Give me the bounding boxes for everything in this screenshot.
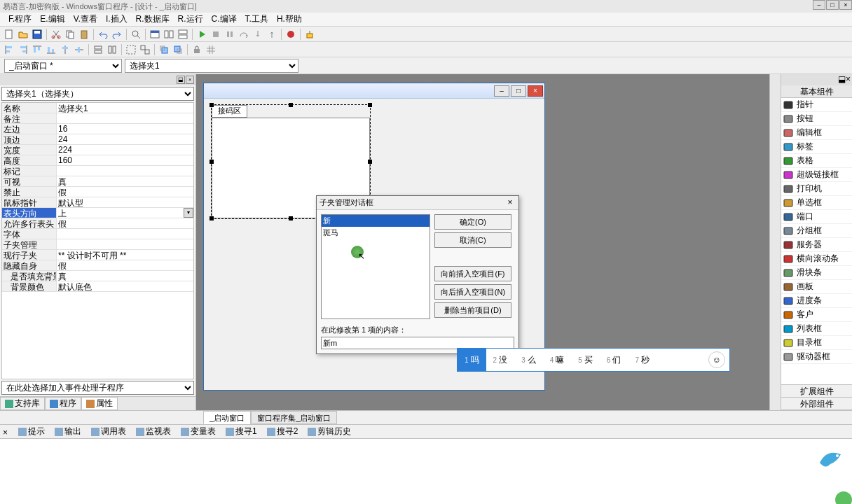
- open-icon[interactable]: [17, 28, 29, 41]
- rpanel-close-icon[interactable]: ×: [846, 74, 851, 85]
- ime-emoji-icon[interactable]: ☺: [708, 351, 725, 368]
- menu-program[interactable]: F.程序: [4, 12, 36, 27]
- property-object-selector[interactable]: 选择夹1（选择夹）: [1, 87, 194, 101]
- left-tab[interactable]: 程序: [45, 397, 81, 410]
- prop-value[interactable]: 上▾: [57, 208, 193, 218]
- find-icon[interactable]: [130, 28, 142, 41]
- ime-candidate[interactable]: 6们: [600, 349, 628, 371]
- output-tab[interactable]: 输出: [52, 426, 84, 438]
- component-item[interactable]: 驱动器框: [781, 350, 852, 364]
- component-item[interactable]: 客户: [781, 308, 852, 322]
- events-selector[interactable]: 在此处选择加入事件处理子程序: [1, 381, 194, 395]
- output-tab[interactable]: 提示: [15, 426, 48, 438]
- prop-row[interactable]: 标记: [2, 166, 193, 176]
- component-item[interactable]: 指针: [781, 98, 852, 112]
- prop-row[interactable]: 现行子夹** 设计时不可用 **: [2, 250, 193, 260]
- rpanel-pin-icon[interactable]: ⬓: [838, 74, 846, 85]
- cancel-button[interactable]: 取消(C): [434, 232, 511, 248]
- prop-value[interactable]: ** 设计时不可用 **: [57, 250, 193, 260]
- list-item[interactable]: 斑马: [322, 227, 430, 239]
- group-icon[interactable]: [125, 43, 137, 56]
- left-tab[interactable]: 属性: [81, 397, 118, 410]
- menu-view[interactable]: V.查看: [69, 12, 102, 27]
- property-grid[interactable]: 名称选择夹1备注左边16顶边24宽度224高度160标记可视真禁止假鼠标指针默认…: [1, 102, 194, 379]
- window-selector[interactable]: _启动窗口 *: [4, 59, 122, 73]
- close-button[interactable]: ×: [839, 0, 852, 10]
- paste-icon[interactable]: [78, 28, 90, 41]
- menu-run[interactable]: R.运行: [174, 12, 207, 27]
- step-over-icon[interactable]: [238, 28, 250, 41]
- minimize-button[interactable]: –: [813, 0, 825, 10]
- component-item[interactable]: 编辑框: [781, 126, 852, 140]
- canvas-vscrollbar[interactable]: [769, 74, 781, 410]
- menu-edit[interactable]: E.编辑: [36, 12, 69, 27]
- prop-row[interactable]: 是否填充背景真: [2, 271, 193, 281]
- component-item[interactable]: 滑块条: [781, 266, 852, 280]
- components-list[interactable]: 指针按钮编辑框标签表格超级链接框打印机单选框端口分组框服务器横向滚动条滑块条画板…: [781, 98, 852, 384]
- component-item[interactable]: 横向滚动条: [781, 252, 852, 266]
- output-tab[interactable]: 调用表: [88, 426, 129, 438]
- prop-value[interactable]: 选择夹1: [57, 103, 193, 113]
- component-item[interactable]: 画板: [781, 280, 852, 294]
- prop-value[interactable]: 假: [57, 260, 193, 270]
- prop-row[interactable]: 鼠标指针默认型: [2, 197, 193, 208]
- prop-value[interactable]: [57, 113, 193, 123]
- component-item[interactable]: 目录框: [781, 336, 852, 350]
- prop-row[interactable]: 高度160: [2, 155, 193, 166]
- prop-row[interactable]: 备注: [2, 113, 193, 124]
- prop-value[interactable]: 160: [57, 155, 193, 165]
- tab-header-label[interactable]: 接码区: [212, 105, 247, 118]
- ime-candidate-bar[interactable]: 1吗2没3么4嘛5买6们7秒 ☺: [457, 348, 730, 372]
- insert-before-button[interactable]: 向前插入空项目(F): [434, 266, 511, 281]
- prop-row[interactable]: 宽度224: [2, 145, 193, 155]
- prop-value[interactable]: [57, 166, 193, 176]
- prop-value[interactable]: 224: [57, 145, 193, 155]
- prop-value[interactable]: 默认型: [57, 197, 193, 207]
- align-top-icon[interactable]: [31, 43, 43, 56]
- output-tab[interactable]: 剪辑历史: [305, 426, 354, 438]
- editor-tab[interactable]: _启动窗口: [203, 411, 251, 424]
- ime-candidate[interactable]: 5买: [571, 349, 600, 371]
- prop-value[interactable]: [57, 229, 193, 239]
- undo-icon[interactable]: [97, 28, 109, 41]
- step-out-icon[interactable]: [266, 28, 278, 41]
- component-item[interactable]: 列表框: [781, 322, 852, 336]
- prop-value[interactable]: [57, 239, 193, 249]
- editor-tab[interactable]: 窗口程序集_启动窗口: [251, 411, 337, 424]
- component-item[interactable]: 分组框: [781, 224, 852, 238]
- bring-front-icon[interactable]: [158, 43, 170, 56]
- output-tab[interactable]: 变量表: [178, 426, 219, 438]
- form-close-icon[interactable]: ×: [528, 85, 543, 97]
- build-icon[interactable]: [303, 28, 316, 41]
- ime-candidate[interactable]: 3么: [514, 349, 543, 371]
- prop-row[interactable]: 背景颜色默认底色: [2, 281, 193, 292]
- component-item[interactable]: 服务器: [781, 238, 852, 252]
- component-item[interactable]: 打印机: [781, 182, 852, 196]
- stop-icon[interactable]: [209, 28, 222, 41]
- prop-value[interactable]: 16: [57, 124, 193, 134]
- form-maximize-icon[interactable]: □: [511, 85, 526, 97]
- external-components-tab[interactable]: 外部组件: [781, 398, 852, 410]
- ime-candidate[interactable]: 1吗: [458, 349, 486, 371]
- insert-after-button[interactable]: 向后插入空项目(N): [434, 284, 511, 300]
- panel-pin-icon[interactable]: ⬓: [177, 76, 185, 84]
- menu-help[interactable]: H.帮助: [273, 12, 306, 27]
- align-center-v-icon[interactable]: [73, 43, 85, 56]
- window1-icon[interactable]: [149, 28, 161, 41]
- maximize-button[interactable]: □: [826, 0, 839, 10]
- prop-value[interactable]: 真: [57, 176, 193, 186]
- align-left-icon[interactable]: [3, 43, 15, 56]
- lock-icon[interactable]: [191, 43, 203, 56]
- align-center-h-icon[interactable]: [59, 43, 71, 56]
- prop-row[interactable]: 禁止假: [2, 187, 193, 197]
- grid-icon[interactable]: [205, 43, 217, 56]
- same-width-icon[interactable]: [92, 43, 104, 56]
- prop-row[interactable]: 可视真: [2, 176, 193, 187]
- left-tab[interactable]: 支持库: [0, 397, 45, 410]
- component-item[interactable]: 标签: [781, 140, 852, 154]
- ok-button[interactable]: 确定(O): [434, 214, 511, 230]
- dialog-item-list[interactable]: 新斑马: [321, 214, 430, 319]
- save-icon[interactable]: [31, 28, 43, 41]
- ime-candidate[interactable]: 7秒: [628, 349, 657, 371]
- prop-value[interactable]: 假: [57, 187, 193, 197]
